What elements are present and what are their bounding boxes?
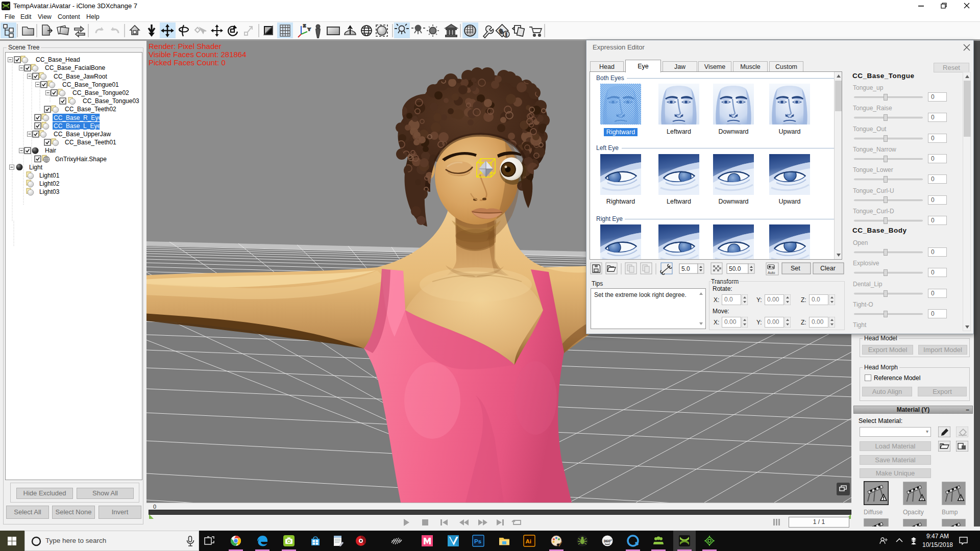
svg-text:GnTrixyHair.Shape: GnTrixyHair.Shape (55, 156, 107, 163)
svg-text:Ai: Ai (526, 538, 532, 544)
svg-text:Picked Faces Count: 0: Picked Faces Count: 0 (149, 58, 226, 67)
svg-text:Light03: Light03 (39, 188, 60, 195)
svg-text:Hair: Hair (45, 147, 56, 154)
svg-text:CC_Base_Head: CC_Base_Head (36, 56, 80, 63)
svg-text:50.0: 50.0 (729, 265, 741, 272)
svg-text:CC_Base_FacialBone: CC_Base_FacialBone (45, 64, 105, 71)
svg-text:Set: Set (791, 265, 800, 272)
svg-text:CC_Base_Tongue03: CC_Base_Tongue03 (83, 97, 139, 105)
svg-text:Y: Y (308, 27, 311, 32)
svg-text:i: i (506, 32, 507, 37)
svg-text:5.0: 5.0 (681, 265, 690, 272)
svg-text:Light: Light (29, 164, 43, 171)
svg-text:Render: Pixel Shader: Render: Pixel Shader (149, 42, 222, 51)
svg-text:Auto: Auto (768, 271, 775, 274)
svg-text:CC_Base_R_Eye: CC_Base_R_Eye (54, 114, 102, 121)
svg-text:CC_Base_Tongue01: CC_Base_Tongue01 (62, 81, 119, 88)
svg-text:Clear: Clear (820, 265, 836, 272)
svg-text:Light01: Light01 (39, 172, 60, 179)
svg-text:Z: Z (303, 23, 306, 28)
svg-text:CC_Base_L_Eye: CC_Base_L_Eye (54, 122, 101, 130)
svg-text:CC_Base_Tongue02: CC_Base_Tongue02 (72, 89, 129, 96)
svg-text:CC_Base_UpperJaw: CC_Base_UpperJaw (54, 131, 111, 138)
svg-text:CC_Base_JawRoot: CC_Base_JawRoot (54, 73, 107, 80)
svg-text:CC_Base_Teeth01: CC_Base_Teeth01 (65, 139, 116, 146)
svg-text:Visible Faces Count: 281864: Visible Faces Count: 281864 (149, 50, 247, 59)
svg-text:360°: 360° (604, 539, 612, 543)
svg-text:Light02: Light02 (39, 180, 60, 187)
svg-text:CC_Base_Teeth02: CC_Base_Teeth02 (65, 106, 116, 113)
svg-text:Ps: Ps (474, 538, 481, 544)
